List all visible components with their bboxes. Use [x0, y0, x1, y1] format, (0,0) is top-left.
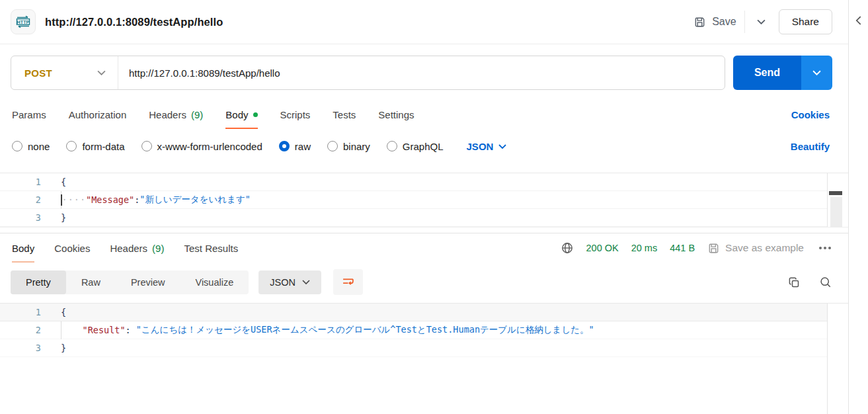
editor-line: 1 { [0, 304, 848, 321]
json-colon: : [126, 325, 136, 335]
copy-response-button[interactable] [787, 276, 801, 289]
json-string-value: "新しいデータをいれます" [139, 194, 251, 206]
save-split-divider [744, 11, 745, 33]
app-window: HTTP http://127.0.0.1:8089/testApp/hello… [0, 0, 868, 414]
view-visualize[interactable]: Visualize [180, 270, 249, 294]
response-time[interactable]: 20 ms [631, 243, 658, 253]
save-button[interactable]: Save [693, 16, 736, 28]
send-options-chevron[interactable] [801, 56, 832, 90]
json-string-value: "こんにちは！メッセージをUSERネームスペースのグローバル^TestとTest… [136, 324, 594, 336]
code-token: } [61, 212, 66, 223]
save-as-example-button[interactable]: Save as example [707, 242, 804, 255]
chevron-down-icon [97, 70, 106, 75]
chevron-down-icon [498, 144, 506, 149]
body-mode-selector: none form-data x-www-form-urlencoded raw… [0, 129, 848, 163]
tab-authorization[interactable]: Authorization [69, 100, 127, 129]
tab-tests[interactable]: Tests [333, 100, 356, 129]
radio-icon[interactable] [387, 141, 397, 151]
editor-line: 2 "Result": "こんにちは！メッセージをUSERネームスペースのグロー… [0, 321, 848, 339]
tab-settings[interactable]: Settings [378, 100, 414, 129]
collapse-sidebar-chevron[interactable] [855, 16, 861, 25]
request-body-editor[interactable]: 1 { 2 ····"Message":"新しいデータをいれます" 3 } [0, 173, 848, 228]
response-tools [787, 276, 832, 289]
save-floppy-icon [707, 242, 720, 255]
scrollbar-thumb[interactable] [830, 197, 842, 228]
mode-form-data[interactable]: form-data [66, 141, 124, 152]
editor-line: 1 { [0, 173, 848, 191]
view-raw[interactable]: Raw [66, 270, 116, 294]
response-meta: 200 OK 20 ms 441 B Save as example [561, 233, 834, 263]
header-actions: Save Share [693, 9, 832, 34]
editor-line: 3 } [0, 339, 848, 357]
url-input[interactable] [118, 56, 725, 89]
mode-none[interactable]: none [12, 141, 50, 152]
radio-icon-selected[interactable] [279, 141, 290, 151]
send-button[interactable]: Send [733, 56, 832, 90]
response-tab-cookies[interactable]: Cookies [54, 233, 90, 263]
overview-ruler-mark[interactable] [829, 191, 842, 195]
network-globe-icon[interactable] [561, 241, 574, 255]
mode-x-www-form-urlencoded[interactable]: x-www-form-urlencoded [141, 141, 262, 152]
tab-params[interactable]: Params [12, 100, 46, 129]
response-tab-headers[interactable]: Headers(9) [110, 233, 164, 263]
share-button[interactable]: Share [779, 9, 832, 34]
right-sidebar-rail [849, 0, 868, 414]
response-tab-body[interactable]: Body [12, 233, 34, 263]
radio-icon[interactable] [12, 141, 22, 151]
response-tab-test-results[interactable]: Test Results [184, 233, 238, 263]
save-floppy-icon [693, 16, 706, 28]
tab-body[interactable]: Body [225, 100, 257, 129]
method-selector[interactable]: POST [11, 56, 118, 89]
search-icon [819, 276, 832, 289]
line-number: 1 [0, 177, 41, 187]
tab-scripts[interactable]: Scripts [280, 100, 311, 129]
wrap-lines-button[interactable] [333, 269, 363, 295]
code-token: { [61, 307, 66, 317]
tab-headers[interactable]: Headers(9) [149, 100, 203, 129]
request-response-divider [0, 228, 848, 233]
http-request-type-icon: HTTP [11, 9, 36, 34]
save-label: Save [712, 16, 736, 28]
radio-icon[interactable] [66, 141, 77, 151]
more-options-icon[interactable] [816, 244, 834, 252]
cookies-link[interactable]: Cookies [791, 109, 830, 120]
code-token: } [61, 343, 66, 353]
mode-raw[interactable]: raw [279, 141, 311, 152]
editor-scrollbar[interactable] [827, 304, 848, 414]
wrap-lines-icon [342, 276, 354, 288]
body-content-dot [253, 112, 258, 117]
response-body-viewer[interactable]: 1 { 2 "Result": "こんにちは！メッセージをUSERネームスペース… [0, 303, 848, 414]
radio-icon[interactable] [141, 141, 152, 151]
svg-text:HTTP: HTTP [17, 19, 30, 25]
beautify-link[interactable]: Beautify [791, 141, 830, 152]
mode-graphql[interactable]: GraphQL [387, 141, 444, 152]
line-number: 3 [0, 343, 41, 353]
code-token: { [61, 177, 66, 187]
response-size[interactable]: 441 B [670, 243, 695, 253]
request-url-bar: POST Send [0, 44, 848, 100]
headers-count: (9) [191, 109, 203, 120]
mode-binary[interactable]: binary [327, 141, 370, 152]
chevron-left-icon [855, 16, 861, 25]
response-status[interactable]: 200 OK [586, 243, 619, 253]
line-number: 1 [0, 307, 41, 317]
request-title: http://127.0.0.1:8089/testApp/hello [45, 16, 223, 28]
save-options-chevron[interactable] [753, 15, 769, 28]
indent-spaces [61, 325, 83, 335]
copy-icon [787, 276, 801, 289]
search-response-button[interactable] [819, 276, 832, 289]
response-language-selector[interactable]: JSON [258, 270, 321, 294]
url-container: POST [11, 56, 725, 90]
editor-scrollbar[interactable] [827, 173, 848, 227]
response-tabs-bar: Body Cookies Headers(9) Test Results 200… [0, 233, 848, 263]
radio-icon[interactable] [327, 141, 338, 151]
json-key: "Message" [86, 194, 134, 205]
method-label: POST [24, 67, 52, 79]
view-preview[interactable]: Preview [116, 270, 180, 294]
main-panel: HTTP http://127.0.0.1:8089/testApp/hello… [0, 0, 849, 414]
send-label[interactable]: Send [733, 56, 801, 90]
raw-language-selector[interactable]: JSON [467, 141, 507, 152]
view-pretty[interactable]: Pretty [11, 270, 66, 294]
chevron-down-icon [757, 19, 766, 24]
editor-line: 3 } [0, 209, 848, 227]
